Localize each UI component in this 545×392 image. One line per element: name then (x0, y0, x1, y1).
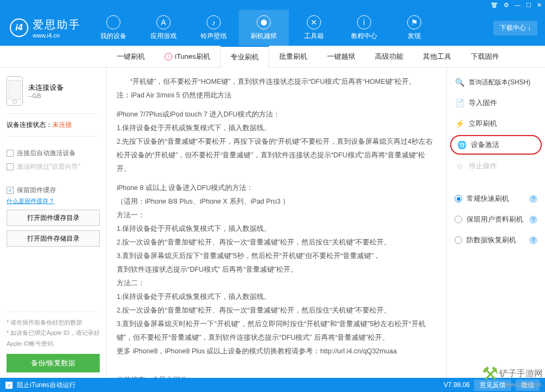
nav-discover[interactable]: ⚑发现 (389, 10, 439, 46)
header: i4 爱思助手 www.i4.cn 我的设备 A应用游戏 ♪铃声壁纸 ⬢刷机越狱… (0, 10, 545, 46)
subnav-download-firmware[interactable]: 下载固件 (461, 46, 509, 67)
backup-restore-button[interactable]: 备份/恢复数据 (7, 354, 100, 372)
titlebar: 👕 ⚙ — ☐ ✕ (0, 0, 545, 10)
footer: ✓ 阻止iTunes自动运行 V7.98.06 意见反馈 微信 (0, 378, 545, 392)
checkbox-checked-icon[interactable]: ✓ (5, 382, 13, 389)
watermark: ⚒ 铲子手游网 www.czjx8.com (482, 363, 543, 384)
checkbox-auto-activate[interactable]: 连接后自动激活设备 (7, 146, 100, 160)
sidebar-notes: * 请在操作前备份好您的数据 * 如设备已绑定Apple ID，请记录好Appl… (7, 311, 100, 354)
app-name: 爱思助手 (33, 17, 81, 32)
cache-help-link[interactable]: 什么是固件缓存？ (7, 198, 55, 204)
stop-icon: ⦸ (455, 161, 464, 171)
action-stop: ⦸停止操作 (447, 156, 545, 176)
radio-normal-flash[interactable]: 常规快速刷机? (447, 188, 545, 209)
appstore-icon: A (156, 15, 171, 29)
checkbox-keep-cache[interactable]: 保留固件缓存 (7, 183, 100, 197)
sidebar-right: 🔍查询适配版本(SHSH) 📄导入固件 ⚡立即刷机 🌐设备激活 ⦸停止操作 常规… (447, 68, 545, 378)
logo[interactable]: i4 爱思助手 www.i4.cn (0, 17, 88, 39)
skin-icon[interactable]: 👕 (491, 2, 498, 9)
wallpaper-icon: ♪ (207, 15, 221, 29)
device-name: 未连接设备 (28, 83, 64, 93)
nav-tabs: 我的设备 A应用游戏 ♪铃声壁纸 ⬢刷机越狱 ✕工具箱 i教程中心 ⚑发现 (88, 10, 439, 46)
device-size: --GB (28, 93, 64, 99)
subnav-batch-flash[interactable]: 批量刷机 (269, 46, 317, 67)
subnav-jailbreak[interactable]: 一键越狱 (317, 46, 365, 67)
radio-icon (455, 236, 462, 244)
action-query-version[interactable]: 🔍查询适配版本(SHSH) (447, 72, 545, 93)
device-info: 未连接设备 --GB (7, 73, 100, 113)
help-icon[interactable]: ? (529, 216, 537, 224)
nav-flash[interactable]: ⬢刷机越狱 (239, 10, 289, 46)
checkbox-checked-icon (7, 187, 14, 194)
info-icon: i (357, 15, 371, 29)
subnav-advanced[interactable]: 高级功能 (365, 46, 413, 67)
import-icon: 📄 (455, 98, 464, 108)
main-content: “开机键”，但不要松开“HOME键”，直到软件连接状态提示“DFU模式”后再将“… (107, 68, 447, 378)
nav-toolbox[interactable]: ✕工具箱 (289, 10, 339, 46)
logo-icon: i4 (10, 19, 28, 37)
search-icon: 🔍 (455, 77, 464, 87)
status-line: 当前状态：未导入固件 (117, 373, 437, 378)
settings-icon[interactable]: ⚙ (504, 2, 509, 9)
block-itunes-label[interactable]: 阻止iTunes自动运行 (17, 381, 76, 390)
download-center-button[interactable]: 下载中心 ↓ (493, 21, 537, 35)
nav-apps[interactable]: A应用游戏 (138, 10, 189, 46)
tools-icon: ✕ (307, 15, 321, 29)
nav-ringtones[interactable]: ♪铃声壁纸 (189, 10, 239, 46)
subnav-other-tools[interactable]: 其他工具 (413, 46, 461, 67)
minimize-icon[interactable]: — (514, 2, 520, 8)
subnav-itunes-flash[interactable]: ♪iTunes刷机 (155, 46, 220, 67)
action-import-firmware[interactable]: 📄导入固件 (447, 93, 545, 113)
radio-keep-data-flash[interactable]: 保留用户资料刷机? (447, 209, 545, 230)
radio-anti-recovery-flash[interactable]: 防数据恢复刷机? (447, 230, 545, 250)
phone-icon (7, 76, 23, 106)
subnav: 一键刷机 ♪iTunes刷机 专业刷机 批量刷机 一键越狱 高级功能 其他工具 … (0, 46, 545, 68)
checkbox-skip-wizard: 激活时跳过"设置向导" (7, 160, 100, 174)
flag-icon: ⚑ (407, 15, 421, 29)
open-cache-dir-button[interactable]: 打开固件缓存目录 (7, 210, 100, 226)
action-flash-now[interactable]: ⚡立即刷机 (447, 113, 545, 134)
globe-icon: 🌐 (457, 140, 467, 150)
close-icon[interactable]: ✕ (537, 2, 542, 9)
app-url: www.i4.cn (33, 32, 81, 39)
nav-my-device[interactable]: 我的设备 (88, 10, 138, 46)
sidebar-left: 未连接设备 --GB 设备连接状态：未连接 连接后自动激活设备 激活时跳过"设置… (0, 68, 107, 378)
radio-selected-icon (455, 195, 462, 203)
action-activate-device[interactable]: 🌐设备激活 (450, 135, 542, 155)
connection-status: 设备连接状态：未连接 (7, 113, 100, 137)
help-icon[interactable]: ? (529, 195, 537, 203)
subnav-oneclick-flash[interactable]: 一键刷机 (107, 46, 155, 67)
version-label: V7.98.06 (444, 381, 470, 389)
nav-tutorials[interactable]: i教程中心 (339, 10, 389, 46)
flash-icon: ⚡ (455, 119, 464, 128)
itunes-icon: ♪ (165, 53, 172, 60)
box-icon: ⬢ (257, 15, 271, 29)
open-storage-dir-button[interactable]: 打开固件存储目录 (7, 230, 100, 247)
maximize-icon[interactable]: ☐ (526, 2, 531, 9)
radio-icon (455, 216, 462, 223)
connection-status-value: 未连接 (52, 121, 72, 128)
checkbox-icon (7, 163, 14, 170)
apple-icon (106, 15, 120, 29)
help-icon[interactable]: ? (529, 236, 537, 244)
subnav-pro-flash[interactable]: 专业刷机 (220, 46, 269, 67)
checkbox-icon (7, 150, 14, 157)
shovel-icon: ⚒ (482, 363, 498, 384)
